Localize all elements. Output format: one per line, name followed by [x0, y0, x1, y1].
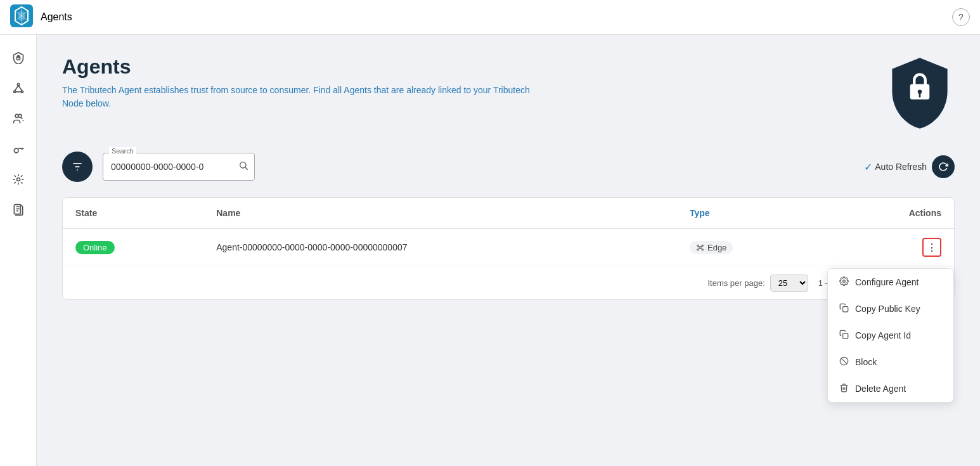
autorefresh-check-icon: ✓: [864, 161, 872, 173]
svg-line-26: [14, 182, 15, 183]
app-title: Agents: [41, 11, 72, 23]
autorefresh-row: ✓ Auto Refresh: [864, 155, 955, 178]
table-body: Online Agent-00000000-0000-0000-0000-000…: [63, 229, 954, 266]
filter-button[interactable]: [62, 152, 93, 182]
topbar: Agents ?: [0, 0, 980, 35]
sidebar-item-integrations[interactable]: [6, 167, 31, 192]
help-button[interactable]: ?: [952, 8, 970, 26]
refresh-button[interactable]: [932, 155, 955, 178]
sidebar-item-docs[interactable]: [6, 197, 31, 223]
col-actions: Actions: [827, 198, 954, 229]
cell-state: Online: [63, 229, 203, 266]
page-description: The Tributech Agent establishes trust fr…: [62, 84, 538, 110]
svg-point-39: [702, 245, 703, 246]
svg-point-40: [697, 249, 699, 250]
svg-point-15: [18, 114, 22, 117]
status-badge: Online: [75, 241, 115, 254]
configure-icon: [839, 276, 849, 288]
page-title: Agents: [62, 55, 885, 79]
shield-icon-container: [885, 55, 955, 131]
search-input[interactable]: [103, 153, 255, 181]
svg-rect-47: [843, 307, 848, 312]
dropdown-menu: Configure Agent Copy Public Key: [827, 268, 954, 403]
autorefresh-label: ✓ Auto Refresh: [864, 161, 927, 173]
svg-line-50: [841, 358, 847, 364]
svg-line-44: [699, 248, 700, 249]
svg-line-42: [699, 245, 700, 247]
cell-name: Agent-00000000-0000-0000-0000-0000000000…: [203, 229, 677, 266]
table-row: Online Agent-00000000-0000-0000-0000-000…: [63, 229, 954, 266]
svg-line-43: [701, 245, 702, 247]
svg-line-12: [18, 86, 22, 91]
cell-actions: ⋮ Configure Agent: [827, 229, 954, 266]
copy-public-key-icon: [839, 303, 849, 314]
svg-line-45: [701, 248, 702, 249]
cell-type: Edge: [677, 229, 827, 266]
svg-point-41: [702, 249, 703, 250]
col-type: Type: [677, 198, 827, 229]
col-state: State: [63, 198, 203, 229]
items-per-page-select[interactable]: 25 50 100: [770, 275, 808, 292]
svg-point-19: [16, 178, 20, 181]
search-row: Search ✓ Auto Refresh: [62, 152, 955, 182]
svg-line-22: [14, 176, 15, 177]
dropdown-item-delete[interactable]: Delete Agent: [828, 375, 953, 402]
type-chip: Edge: [690, 241, 733, 254]
more-actions-button[interactable]: ⋮: [922, 238, 941, 257]
agents-table: State Name Type Actions Online Agent-000…: [63, 198, 954, 266]
delete-icon: [839, 383, 849, 394]
svg-point-16: [14, 148, 18, 153]
dropdown-item-configure[interactable]: Configure Agent: [828, 269, 953, 295]
svg-rect-48: [843, 333, 848, 339]
main-content: Agents The Tributech Agent establishes t…: [37, 35, 980, 466]
pagination-row: Items per page: 25 50 100 1 – 1 of 1 |◀ …: [63, 266, 954, 299]
page-header: Agents The Tributech Agent establishes t…: [62, 55, 955, 131]
svg-point-8: [17, 84, 19, 86]
svg-line-23: [21, 182, 22, 183]
app-logo: [10, 4, 41, 30]
edge-type-icon: [696, 243, 704, 252]
copy-agent-id-icon: [839, 330, 849, 341]
dropdown-item-copy-agent-id[interactable]: Copy Agent Id: [828, 322, 953, 349]
col-name: Name: [203, 198, 677, 229]
block-icon: [839, 356, 849, 368]
sidebar-item-keys[interactable]: [6, 136, 31, 162]
svg-line-11: [15, 86, 18, 91]
sidebar-item-users[interactable]: [6, 106, 31, 131]
search-wrapper: Search: [103, 153, 255, 181]
table-header-row: State Name Type Actions: [63, 198, 954, 229]
svg-point-38: [697, 245, 699, 246]
table-head: State Name Type Actions: [63, 198, 954, 229]
table-container: State Name Type Actions Online Agent-000…: [62, 197, 955, 300]
shield-icon: [885, 55, 955, 131]
svg-point-46: [843, 280, 846, 283]
sidebar-item-network[interactable]: [6, 75, 31, 101]
sidebar: [0, 35, 37, 466]
svg-line-27: [21, 176, 22, 177]
dropdown-item-copy-public-key[interactable]: Copy Public Key: [828, 295, 953, 322]
search-label: Search: [109, 147, 136, 155]
items-per-page: Items per page: 25 50 100: [707, 275, 808, 292]
dropdown-item-block[interactable]: Block: [828, 349, 953, 375]
sidebar-item-security[interactable]: [6, 45, 31, 70]
page-header-text: Agents The Tributech Agent establishes t…: [62, 55, 885, 110]
